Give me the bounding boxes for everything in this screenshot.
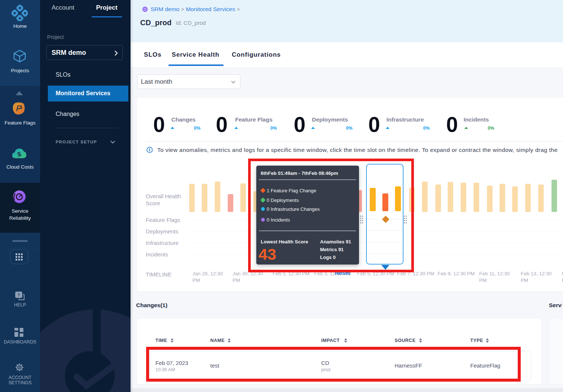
svg-text:?: ? — [17, 293, 20, 297]
